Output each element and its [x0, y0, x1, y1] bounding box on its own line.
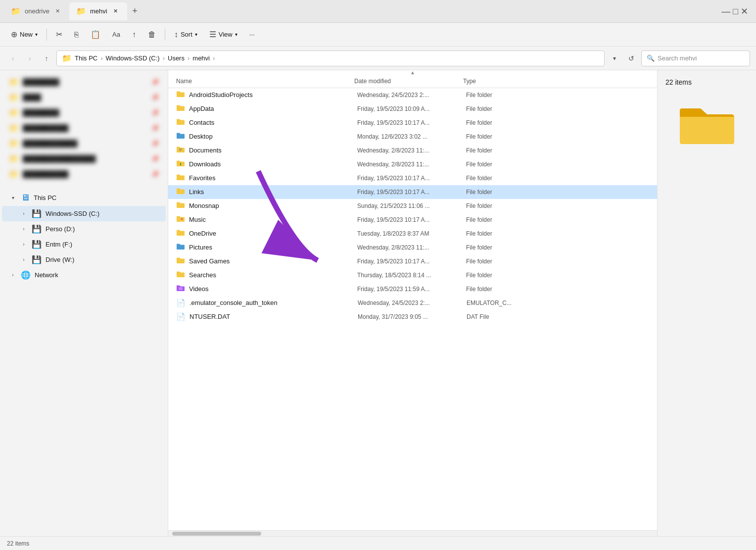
- table-row[interactable]: Videos Friday, 19/5/2023 11:59 A... File…: [168, 282, 657, 296]
- table-row[interactable]: 📄 .emulator_console_auth_token Wednesday…: [168, 296, 657, 310]
- file-type: File folder: [466, 133, 525, 140]
- folder-icon: [176, 285, 185, 294]
- file-list: AndroidStudioProjects Wednesday, 24/5/20…: [168, 88, 657, 530]
- folder-svg: [677, 102, 737, 147]
- svg-rect-0: [179, 149, 182, 149]
- sidebar-drive-w[interactable]: › 💾 Drive (W:): [2, 252, 166, 267]
- new-button[interactable]: ⊕ New ▾: [6, 27, 43, 42]
- tab-add-button[interactable]: +: [127, 3, 143, 19]
- share-button[interactable]: ↑: [127, 28, 141, 42]
- back-button[interactable]: ‹: [6, 51, 20, 65]
- sidebar-entm-f[interactable]: › 💾 Entm (F:): [2, 237, 166, 252]
- sidebar-windows-ssd[interactable]: › 💾 Windows-SSD (C:): [2, 206, 166, 221]
- table-row[interactable]: OneDrive Tuesday, 1/8/2023 8:37 AM File …: [168, 227, 657, 241]
- address-dropdown-button[interactable]: ▾: [608, 51, 621, 65]
- sort-chevron: ▾: [195, 32, 197, 37]
- folder-icon: [176, 174, 185, 183]
- table-row[interactable]: 📄 NTUSER.DAT Monday, 31/7/2023 9:05 ... …: [168, 310, 657, 324]
- table-row[interactable]: Saved Games Friday, 19/5/2023 10:17 A...…: [168, 254, 657, 268]
- sidebar-pinned-4: 📁 ██████████ 📌: [2, 120, 166, 136]
- path-sep-2: ›: [163, 54, 165, 62]
- address-path[interactable]: 📁 This PC › Windows-SSD (C:) › Users › m…: [56, 50, 605, 66]
- file-type: File folder: [466, 230, 525, 237]
- forward-button[interactable]: ›: [23, 51, 37, 65]
- file-date: Friday, 19/5/2023 10:09 A...: [357, 105, 466, 112]
- tab-mehvi-label: mehvi: [90, 7, 107, 15]
- table-row[interactable]: Desktop Monday, 12/6/2023 3:02 ... File …: [168, 130, 657, 144]
- search-box[interactable]: 🔍 Search mehvi: [641, 50, 750, 66]
- sidebar-this-pc-label: This PC: [34, 194, 56, 201]
- delete-icon: 🗑: [148, 30, 156, 39]
- table-row[interactable]: Pictures Wednesday, 2/8/2023 11:... File…: [168, 241, 657, 254]
- file-type: File folder: [466, 147, 525, 154]
- sidebar-pinned-1: 📁 ████████ 📌: [2, 74, 166, 90]
- more-button[interactable]: ···: [244, 28, 260, 41]
- folder-icon: [176, 188, 185, 197]
- table-row[interactable]: Monosnap Sunday, 21/5/2023 11:06 ... Fil…: [168, 199, 657, 213]
- horizontal-scrollbar[interactable]: [168, 530, 657, 536]
- item-count: 22 items: [665, 78, 692, 86]
- new-chevron: ▾: [35, 32, 38, 37]
- sort-button[interactable]: ↕ Sort ▾: [169, 28, 202, 42]
- file-name: Documents: [189, 147, 357, 154]
- delete-button[interactable]: 🗑: [143, 28, 161, 42]
- entm-icon: 💾: [32, 240, 42, 249]
- table-row[interactable]: Searches Thursday, 18/5/2023 8:14 ... Fi…: [168, 268, 657, 282]
- file-type: File folder: [466, 119, 525, 126]
- path-folder-icon: 📁: [62, 53, 72, 63]
- file-type: File folder: [466, 189, 525, 196]
- folder-icon: [176, 229, 185, 238]
- view-label: View: [219, 31, 233, 38]
- tab-mehvi[interactable]: 📁 mehvi ✕: [69, 2, 127, 20]
- table-row[interactable]: Links Friday, 19/5/2023 10:17 A... File …: [168, 185, 657, 199]
- table-row[interactable]: Favorites Friday, 19/5/2023 10:17 A... F…: [168, 171, 657, 185]
- file-name: .emulator_console_auth_token: [189, 299, 358, 306]
- hscroll-thumb[interactable]: [172, 532, 261, 536]
- copy-button[interactable]: ⎘: [69, 28, 84, 41]
- onedrive-tab-icon: 📁: [11, 6, 21, 16]
- table-row[interactable]: Contacts Friday, 19/5/2023 10:17 A... Fi…: [168, 116, 657, 130]
- entm-expand-icon: ›: [20, 241, 28, 249]
- file-name: AppData: [189, 105, 357, 112]
- cut-button[interactable]: ✂: [51, 27, 67, 42]
- table-row[interactable]: ⬇ Downloads Wednesday, 2/8/2023 11:... F…: [168, 157, 657, 171]
- sort-label: Sort: [181, 31, 192, 38]
- windows-ssd-icon: 💾: [32, 209, 42, 218]
- tab-onedrive-close[interactable]: ✕: [53, 7, 62, 16]
- status-bar: 22 items: [0, 536, 756, 550]
- sidebar-network[interactable]: › 🌐 Network: [2, 267, 166, 283]
- sidebar-this-pc[interactable]: ▾ 🖥 This PC: [2, 190, 166, 206]
- path-mehvi: mehvi: [192, 54, 210, 62]
- tab-mehvi-close[interactable]: ✕: [111, 7, 120, 16]
- tab-onedrive[interactable]: 📁 onedrive ✕: [4, 2, 69, 20]
- file-type: File folder: [466, 175, 525, 182]
- svg-rect-6: [179, 287, 183, 290]
- rename-button[interactable]: Aa: [107, 28, 125, 41]
- address-bar: ‹ › ↑ 📁 This PC › Windows-SSD (C:) › Use…: [0, 47, 756, 70]
- folder-icon: ♫: [176, 215, 185, 224]
- view-button[interactable]: ☰ View ▾: [204, 27, 242, 42]
- path-users: Users: [168, 54, 185, 62]
- file-type: File folder: [466, 244, 525, 251]
- sort-icon: ↕: [174, 30, 178, 39]
- table-row[interactable]: Documents Wednesday, 2/8/2023 11:... Fil…: [168, 144, 657, 157]
- path-windows-ssd: Windows-SSD (C:): [106, 54, 160, 62]
- file-date: Sunday, 21/5/2023 11:06 ...: [357, 202, 466, 209]
- tab-onedrive-label: onedrive: [25, 7, 49, 15]
- paste-button[interactable]: 📋: [86, 27, 105, 42]
- refresh-button[interactable]: ↺: [624, 51, 638, 65]
- folder-icon: [176, 118, 185, 127]
- path-sep-1: ›: [100, 54, 102, 62]
- file-type: File folder: [466, 258, 525, 265]
- sidebar-entm-label: Entm (F:): [46, 241, 72, 248]
- table-row[interactable]: ♫ Music Friday, 19/5/2023 10:17 A... Fil…: [168, 213, 657, 227]
- perso-icon: 💾: [32, 224, 42, 234]
- up-button[interactable]: ↑: [40, 51, 53, 65]
- file-name: Saved Games: [189, 257, 357, 265]
- file-date: Friday, 19/5/2023 10:17 A...: [357, 189, 466, 196]
- sidebar-perso-d[interactable]: › 💾 Perso (D:): [2, 221, 166, 237]
- table-row[interactable]: AndroidStudioProjects Wednesday, 24/5/20…: [168, 88, 657, 102]
- table-row[interactable]: AppData Friday, 19/5/2023 10:09 A... Fil…: [168, 102, 657, 116]
- separator-2: [165, 29, 165, 41]
- search-icon: 🔍: [647, 54, 655, 62]
